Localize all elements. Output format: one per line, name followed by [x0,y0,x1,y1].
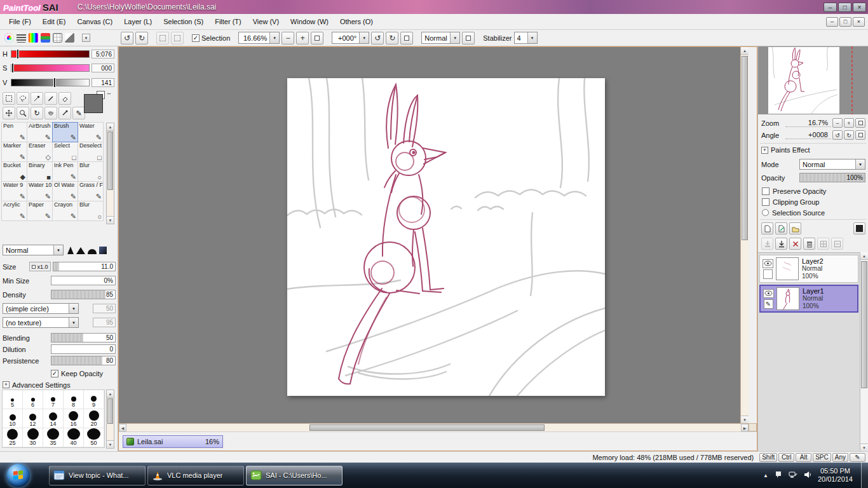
mdi-close-button[interactable]: × [853,17,865,27]
zoom-reset-button[interactable] [311,32,323,44]
zoom-combo[interactable]: 16.66%▼ [238,32,280,44]
brush-texture-combo[interactable]: (no texture)▼ [3,317,79,328]
color-panel-menu-icon[interactable]: ▼ [82,34,90,42]
brush-size-option[interactable]: 12 [23,409,43,428]
merge-down-button[interactable] [775,238,787,250]
layer-list-scrollbar[interactable]: ▲ ▼ [860,252,868,451]
menu-view[interactable]: View (V) [247,15,285,28]
menu-selection[interactable]: Selection (S) [158,15,209,28]
swatches-icon[interactable] [53,33,62,43]
tool-paper[interactable]: Paper✎ [27,201,53,221]
scroll-up-icon[interactable]: ▲ [107,123,114,131]
saturation-slider[interactable] [11,64,90,72]
tool-brush[interactable]: Brush✎ [52,122,78,142]
menu-canvas[interactable]: Canvas (C) [72,15,119,28]
brush-size-option[interactable]: 7 [43,390,64,409]
rainbow-bar-icon[interactable] [29,33,38,43]
rgb-slider-icon[interactable] [41,33,50,43]
scroll-down-icon[interactable]: ▼ [860,444,868,451]
paint-mode-options-button[interactable] [462,32,475,44]
close-button[interactable]: × [853,3,866,12]
menu-filter[interactable]: Filter (T) [209,15,247,28]
tool-select[interactable]: Select□ [52,142,78,162]
brush-size-option[interactable]: 20 [84,409,104,428]
document-tab[interactable]: Leila.sai 16% [123,435,223,448]
tool-water9[interactable]: Water 9✎ [1,181,27,201]
tray-expand-icon[interactable]: ▲ [763,473,768,478]
chevron-down-icon[interactable]: ▼ [53,245,63,255]
tool-blur[interactable]: Blur○ [78,161,104,182]
canvas-vertical-scrollbar[interactable]: ▲ ▼ [740,47,749,423]
scroll-up-icon[interactable]: ▲ [860,252,868,260]
action-center-icon[interactable] [774,470,783,480]
brush-shape-combo[interactable]: (simple circle)▼ [3,303,79,314]
menu-window[interactable]: Window (W) [285,15,334,28]
minimize-button[interactable]: – [824,3,837,12]
layer-opacity-slider[interactable]: 100% [799,173,865,182]
eraser-mini-icon[interactable] [58,92,71,105]
layer-row-layer1[interactable]: ✎ Layer1 Normal 100% [759,285,858,313]
tool-marker[interactable]: Marker✎ [1,142,27,162]
delete-layer-button[interactable] [803,238,815,250]
brush-size-option[interactable]: 8 [64,390,84,409]
angle-reset-button[interactable] [400,32,413,44]
taskbar-item-sai[interactable]: SAI - C:\Users\Ho... [246,466,342,485]
brush-size-option[interactable]: 14 [43,409,64,428]
primary-color-swatch[interactable] [84,94,103,113]
menu-others[interactable]: Others (O) [334,15,379,28]
hand-tool-icon[interactable] [44,107,57,119]
chevron-down-icon[interactable]: ▼ [69,304,78,313]
advanced-settings-label[interactable]: Advanced Settings [12,381,71,389]
tool-eraser[interactable]: Eraser◇ [27,142,53,162]
volume-icon[interactable] [803,470,812,480]
expand-icon[interactable]: + [3,381,10,388]
zoom-in-button[interactable]: + [296,32,309,44]
scrollbar-thumb[interactable] [861,261,867,388]
nav-angle-reset-button[interactable] [855,130,865,140]
scrollbar-thumb[interactable] [107,132,113,190]
scroll-left-icon[interactable]: ◀ [119,424,126,431]
scroll-down-icon[interactable]: ▼ [107,440,114,448]
brush-size-option[interactable]: 5 [3,390,23,409]
chevron-down-icon[interactable]: ▼ [855,159,865,169]
marquee-tool-icon[interactable] [3,92,15,105]
shift-layer-button[interactable] [817,238,829,250]
brush-size-option[interactable]: 35 [43,428,64,447]
deselect-button[interactable] [156,32,169,44]
canvas-horizontal-scrollbar[interactable]: ◀ ▶ [119,423,749,431]
pen-mini-icon[interactable] [44,92,57,105]
nav-zoom-out-button[interactable]: − [832,118,843,128]
clock[interactable]: 05:50 PM 20/01/2014 [818,467,853,484]
scroll-up-icon[interactable]: ▲ [741,47,749,55]
color-slider-icon[interactable] [17,33,26,43]
stabilizer-combo[interactable]: 4▼ [514,32,538,44]
pencil-mini-icon[interactable]: ✎ [72,107,85,119]
new-layer-set-button[interactable] [789,222,801,234]
invert-selection-button[interactable] [171,32,184,44]
brush-size-option[interactable]: 50 [84,428,104,447]
brush-blend-combo[interactable]: Normal▼ [3,245,64,255]
tool-binary[interactable]: Binary■ [27,161,53,182]
new-linework-layer-button[interactable] [775,222,787,234]
brush-size-option[interactable]: 16 [64,409,84,428]
tool-inkpen[interactable]: Ink Pen✎ [52,161,78,182]
tool-water10[interactable]: Water 10✎ [27,181,53,201]
visibility-eye-icon[interactable] [763,259,773,268]
clipping-group-checkbox[interactable] [762,198,770,206]
redo-button[interactable]: ↻ [135,32,148,44]
dilution-slider[interactable]: 0 [51,344,116,354]
tool-pen[interactable]: Pen✎ [1,122,27,142]
undo-button[interactable]: ↺ [121,32,133,44]
tool-grid-scrollbar[interactable]: ▲ ▼ [106,123,114,224]
mdi-minimize-button[interactable]: – [826,17,838,27]
transfer-down-button[interactable] [761,238,773,250]
network-icon[interactable] [789,470,797,480]
tool-airbrush[interactable]: AirBrush✎ [27,122,53,142]
brush-size-option[interactable]: 30 [23,428,43,447]
new-layer-button[interactable] [761,222,773,234]
zoom-tool-icon[interactable] [17,107,29,119]
zoom-out-button[interactable]: − [281,32,294,44]
nav-zoom-reset-button[interactable] [855,118,865,128]
layer-options-button[interactable] [831,238,843,250]
visibility-eye-icon[interactable] [763,289,774,298]
